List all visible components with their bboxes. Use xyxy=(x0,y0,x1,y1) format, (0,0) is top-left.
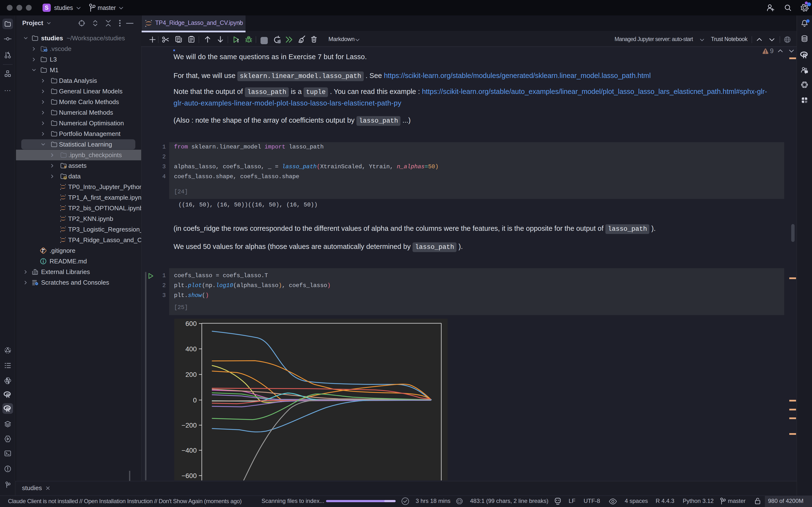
svg-text:−600: −600 xyxy=(182,472,197,480)
svg-text:−200: −200 xyxy=(182,421,197,429)
svg-text:200: 200 xyxy=(185,371,197,378)
svg-text:600: 600 xyxy=(185,320,197,327)
svg-text:−400: −400 xyxy=(182,447,197,454)
svg-text:400: 400 xyxy=(185,345,197,353)
svg-text:0: 0 xyxy=(193,396,197,404)
